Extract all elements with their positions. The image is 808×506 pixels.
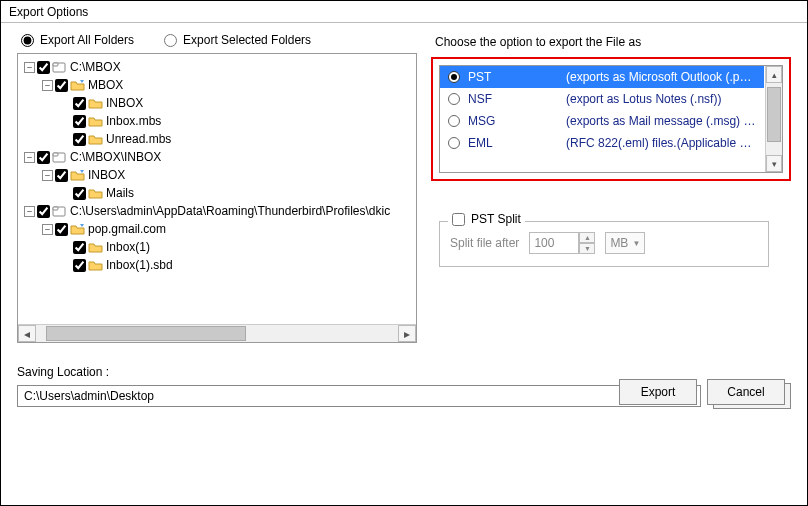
drive-icon (52, 204, 68, 218)
chevron-down-icon: ▼ (632, 239, 640, 248)
folder-icon (88, 258, 104, 272)
pst-split-label: Split file after (450, 236, 519, 250)
radio-export-all-label: Export All Folders (40, 33, 134, 47)
scroll-right-icon[interactable]: ▸ (398, 325, 416, 342)
pst-unit-label: MB (610, 236, 628, 250)
format-option-pst[interactable]: PST(exports as Microsoft Outlook (.pst) … (440, 66, 764, 88)
tree-checkbox[interactable] (73, 187, 86, 200)
tree-node[interactable]: −C:\Users\admin\AppData\Roaming\Thunderb… (20, 202, 414, 220)
format-option-nsf[interactable]: NSF(export as Lotus Notes (.nsf)) (440, 88, 764, 110)
tree-node-label: C:\MBOX (70, 58, 121, 76)
tree-node-label: Unread.mbs (106, 130, 171, 148)
collapse-icon[interactable]: − (42, 224, 53, 235)
pst-split-spinner[interactable]: ▲ ▼ (529, 232, 595, 254)
tree-checkbox[interactable] (55, 169, 68, 182)
tree-node-label: C:\Users\admin\AppData\Roaming\Thunderbi… (70, 202, 390, 220)
export-format-title: Choose the option to export the File as (435, 35, 791, 49)
v-scroll-track[interactable] (766, 83, 782, 155)
vertical-scrollbar[interactable]: ▴ ▾ (765, 66, 782, 172)
tree-spacer (60, 260, 71, 271)
tree-checkbox[interactable] (37, 61, 50, 74)
pst-split-legend[interactable]: PST Split (448, 212, 525, 226)
format-option-list: PST(exports as Microsoft Outlook (.pst) … (439, 65, 783, 173)
format-name: PST (468, 70, 558, 84)
top-columns: Export All Folders Export Selected Folde… (17, 33, 791, 343)
format-desc: (export as Lotus Notes (.nsf)) (566, 92, 756, 106)
format-option-msg[interactable]: MSG(exports as Mail message (.msg) files… (440, 110, 764, 132)
format-desc: (exports as Microsoft Outlook (.pst) fil… (566, 70, 756, 84)
tree-checkbox[interactable] (73, 133, 86, 146)
pst-unit-select[interactable]: MB ▼ (605, 232, 645, 254)
export-button[interactable]: Export (619, 379, 697, 405)
collapse-icon[interactable]: − (42, 170, 53, 181)
cancel-button[interactable]: Cancel (707, 379, 785, 405)
drive-icon (52, 60, 68, 74)
radio-export-all[interactable]: Export All Folders (21, 33, 134, 47)
tree-node[interactable]: INBOX (20, 94, 414, 112)
collapse-icon[interactable]: − (24, 206, 35, 217)
tree-node-label: Inbox.mbs (106, 112, 161, 130)
folder-icon (88, 96, 104, 110)
radio-export-selected-label: Export Selected Folders (183, 33, 311, 47)
tree-node-label: MBOX (88, 76, 123, 94)
tree-checkbox[interactable] (73, 115, 86, 128)
tree-node[interactable]: Unread.mbs (20, 130, 414, 148)
format-option-eml[interactable]: EML(RFC 822(.eml) files.(Applicable only… (440, 132, 764, 154)
tree-node[interactable]: Inbox.mbs (20, 112, 414, 130)
tree-node[interactable]: −MBOX (20, 76, 414, 94)
left-column: Export All Folders Export Selected Folde… (17, 33, 419, 343)
radio-icon[interactable] (448, 93, 460, 105)
tree-node[interactable]: −C:\MBOX (20, 58, 414, 76)
tree-checkbox[interactable] (73, 241, 86, 254)
collapse-icon[interactable]: − (42, 80, 53, 91)
tree-checkbox[interactable] (37, 205, 50, 218)
saving-location-label: Saving Location : (17, 365, 791, 379)
spinner-down-icon[interactable]: ▼ (579, 243, 595, 254)
tree-spacer (60, 98, 71, 109)
tree-node[interactable]: Inbox(1).sbd (20, 256, 414, 274)
spinner-up-icon[interactable]: ▲ (579, 232, 595, 243)
tree-node[interactable]: −C:\MBOX\INBOX (20, 148, 414, 166)
window-title: Export Options (1, 1, 807, 23)
tree-node-label: pop.gmail.com (88, 220, 166, 238)
tree-node[interactable]: −pop.gmail.com (20, 220, 414, 238)
horizontal-scrollbar[interactable]: ◂ ▸ (18, 324, 416, 342)
pst-split-title: PST Split (471, 212, 521, 226)
radio-export-all-input[interactable] (21, 34, 34, 47)
pst-split-value[interactable] (529, 232, 579, 254)
tree-checkbox[interactable] (37, 151, 50, 164)
radio-export-selected-input[interactable] (164, 34, 177, 47)
format-name: MSG (468, 114, 558, 128)
pst-split-checkbox[interactable] (452, 213, 465, 226)
tree-checkbox[interactable] (73, 97, 86, 110)
folder-icon (70, 168, 86, 182)
scroll-thumb[interactable] (46, 326, 246, 341)
tree-checkbox[interactable] (55, 79, 68, 92)
scroll-down-icon[interactable]: ▾ (766, 155, 782, 172)
scroll-track[interactable] (36, 325, 398, 342)
radio-icon[interactable] (448, 115, 460, 127)
saving-location-input[interactable] (17, 385, 701, 407)
tree-node-label: INBOX (88, 166, 125, 184)
collapse-icon[interactable]: − (24, 152, 35, 163)
highlight-box: PST(exports as Microsoft Outlook (.pst) … (431, 57, 791, 181)
v-scroll-thumb[interactable] (767, 87, 781, 142)
collapse-icon[interactable]: − (24, 62, 35, 73)
tree-checkbox[interactable] (55, 223, 68, 236)
radio-icon[interactable] (448, 71, 460, 83)
format-name: NSF (468, 92, 558, 106)
tree-node[interactable]: Inbox(1) (20, 238, 414, 256)
radio-icon[interactable] (448, 137, 460, 149)
folder-icon (88, 132, 104, 146)
radio-export-selected[interactable]: Export Selected Folders (164, 33, 311, 47)
tree-checkbox[interactable] (73, 259, 86, 272)
scroll-up-icon[interactable]: ▴ (766, 66, 782, 83)
tree-node[interactable]: Mails (20, 184, 414, 202)
scope-radio-row: Export All Folders Export Selected Folde… (21, 33, 419, 47)
scroll-left-icon[interactable]: ◂ (18, 325, 36, 342)
pst-split-group: PST Split Split file after ▲ ▼ MB ▼ (439, 221, 769, 267)
format-desc: (RFC 822(.eml) files.(Applicable only fo… (566, 136, 756, 150)
tree-node[interactable]: −INBOX (20, 166, 414, 184)
folder-tree[interactable]: −C:\MBOX−MBOXINBOXInbox.mbsUnread.mbs−C:… (18, 54, 416, 324)
folder-icon (88, 186, 104, 200)
